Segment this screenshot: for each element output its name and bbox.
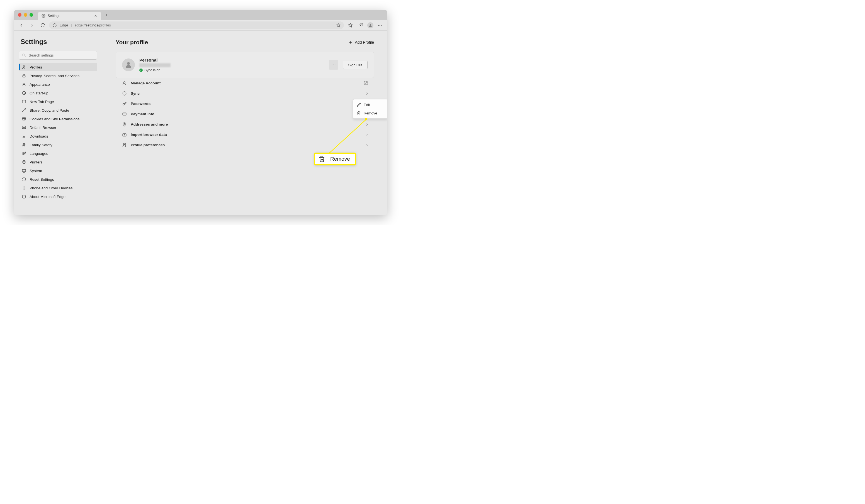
favorite-star-icon[interactable]: [336, 23, 341, 27]
row-label: Addresses and more: [131, 122, 362, 126]
context-edit[interactable]: Edit: [353, 101, 387, 109]
add-profile-button[interactable]: Add Profile: [348, 40, 374, 45]
sidebar-item-about-microsoft-edge[interactable]: About Microsoft Edge: [19, 192, 97, 201]
address-bar[interactable]: Edge | edge://settings/profiles: [49, 21, 344, 29]
external-link-icon: [364, 81, 368, 85]
close-window-button[interactable]: [18, 13, 22, 17]
close-tab-button[interactable]: ✕: [94, 14, 97, 18]
profile-more-button[interactable]: ···: [329, 60, 338, 70]
svg-rect-39: [23, 186, 25, 190]
address-label: Edge: [60, 23, 68, 27]
sidebar-item-default-browser[interactable]: Default Browser: [19, 124, 97, 132]
maximize-window-button[interactable]: [30, 13, 33, 17]
search-settings[interactable]: [19, 51, 97, 60]
sidebar-item-profiles[interactable]: Profiles: [19, 63, 97, 71]
nav-icon: [22, 108, 26, 113]
browser-tab[interactable]: Settings ✕: [38, 12, 101, 20]
sidebar-item-printers[interactable]: Printers: [19, 158, 97, 166]
refresh-button[interactable]: [38, 21, 47, 30]
svg-point-52: [123, 144, 124, 145]
chevron-right-icon: ›: [366, 91, 368, 96]
svg-point-27: [24, 119, 25, 120]
back-button[interactable]: [17, 21, 26, 30]
svg-line-24: [22, 110, 24, 112]
titlebar: Settings ✕: [14, 10, 387, 20]
svg-rect-37: [22, 169, 26, 172]
address-url: edge://settings/profiles: [75, 23, 111, 27]
nav-icon: [22, 194, 26, 199]
sidebar-item-languages[interactable]: ALanguages: [19, 149, 97, 157]
sidebar-item-appearance[interactable]: Appearance: [19, 80, 97, 89]
svg-line-15: [25, 56, 26, 57]
chevron-right-icon: ›: [366, 142, 368, 148]
row-icon: [122, 143, 127, 148]
forward-button[interactable]: [28, 21, 36, 30]
row-label: Sync: [131, 91, 362, 95]
sidebar-item-share-copy-and-paste[interactable]: Share, Copy, and Paste: [19, 106, 97, 115]
search-icon: [22, 53, 26, 57]
profile-email-redacted: [139, 63, 171, 67]
check-icon: ✓: [139, 69, 143, 72]
sidebar-item-on-start-up[interactable]: On start-up: [19, 89, 97, 97]
sidebar-title: Settings: [19, 38, 97, 46]
row-icon: [122, 132, 127, 137]
svg-point-19: [24, 83, 25, 84]
row-icon: [122, 122, 127, 127]
sign-out-button[interactable]: Sign Out: [343, 61, 368, 69]
sidebar-item-family-safety[interactable]: Family Safety: [19, 141, 97, 149]
sidebar-item-label: New Tab Page: [30, 100, 54, 104]
nav-icon: A: [22, 151, 26, 156]
sidebar-item-phone-and-other-devices[interactable]: Phone and Other Devices: [19, 184, 97, 192]
nav-icon: [22, 91, 26, 95]
svg-point-54: [125, 145, 126, 146]
profile-avatar: [122, 58, 135, 71]
svg-rect-35: [23, 161, 24, 162]
collections-button[interactable]: [357, 21, 365, 30]
browser-window: Settings ✕ Edge | edge://settings/profil…: [14, 10, 387, 215]
sidebar-item-reset-settings[interactable]: Reset Settings: [19, 175, 97, 184]
trash-icon: [319, 156, 325, 162]
settings-row-profile-preferences[interactable]: Profile preferences›: [116, 140, 374, 150]
new-tab-button[interactable]: [103, 11, 110, 19]
svg-rect-17: [23, 75, 25, 78]
callout-label: Remove: [330, 156, 350, 162]
context-remove-label: Remove: [364, 111, 377, 115]
settings-row-addresses-and-more[interactable]: Addresses and more›: [116, 119, 374, 129]
svg-point-31: [23, 143, 24, 144]
svg-rect-21: [22, 100, 26, 103]
sidebar-item-privacy-search-and-services[interactable]: Privacy, Search, and Services: [19, 72, 97, 80]
profile-avatar-button[interactable]: [367, 22, 373, 28]
chevron-right-icon: ›: [366, 132, 368, 138]
sidebar-item-new-tab-page[interactable]: New Tab Page: [19, 97, 97, 106]
sidebar-item-system[interactable]: System: [19, 166, 97, 175]
svg-rect-28: [22, 126, 26, 129]
nav-icon: [22, 82, 26, 86]
settings-row-manage-account[interactable]: Manage Account: [116, 78, 374, 88]
profile-name: Personal: [139, 58, 324, 63]
nav-icon: [22, 134, 26, 138]
main-content: Your profile Add Profile Personal ✓: [102, 31, 387, 215]
minimize-window-button[interactable]: [24, 13, 27, 17]
context-remove[interactable]: Remove: [353, 109, 387, 117]
search-input[interactable]: [29, 53, 94, 57]
row-icon: [122, 101, 127, 106]
more-menu-button[interactable]: [376, 21, 384, 30]
sidebar-item-cookies-and-site-permissions[interactable]: Cookies and Site Permissions: [19, 115, 97, 123]
sidebar-item-label: System: [30, 169, 42, 173]
favorites-button[interactable]: [346, 21, 355, 30]
svg-point-10: [370, 24, 371, 25]
sidebar-item-label: Share, Copy, and Paste: [30, 108, 69, 113]
row-label: Passwords: [131, 102, 362, 106]
settings-row-passwords[interactable]: Passwords›: [116, 98, 374, 109]
nav-icon: [22, 143, 26, 147]
callout-remove: Remove: [314, 153, 356, 165]
nav-icon: [22, 125, 26, 130]
profile-settings-list: Manage AccountSync›Passwords›Payment inf…: [116, 78, 374, 150]
tab-title: Settings: [48, 14, 91, 18]
settings-row-payment-info[interactable]: Payment info›: [116, 109, 374, 119]
settings-row-sync[interactable]: Sync›: [116, 88, 374, 98]
sidebar-item-downloads[interactable]: Downloads: [19, 132, 97, 140]
svg-point-12: [380, 25, 380, 25]
settings-row-import-browser-data[interactable]: Import browser data›: [116, 129, 374, 140]
nav-icon: [22, 65, 26, 69]
